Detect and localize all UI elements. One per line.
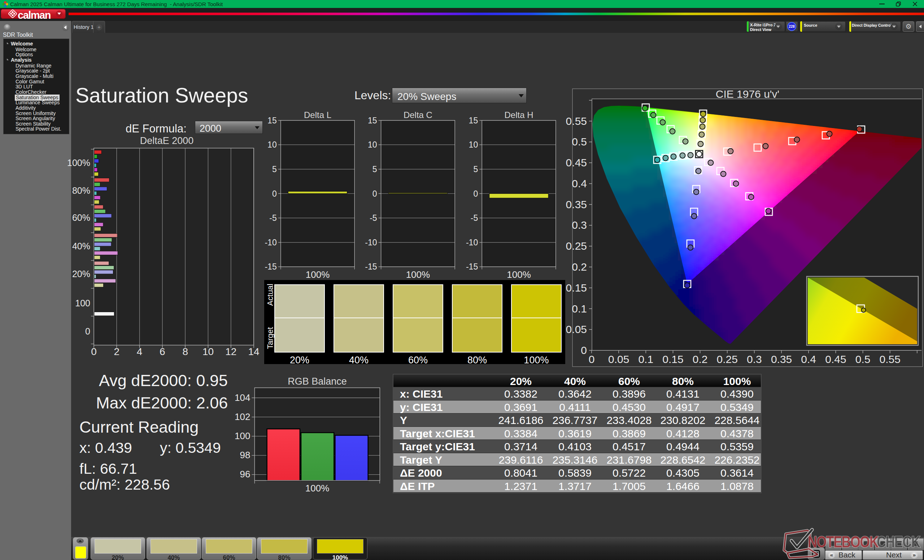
svg-text:100%: 100% (305, 483, 330, 494)
svg-text:CHECK: CHECK (877, 533, 921, 551)
svg-text:100: 100 (235, 430, 250, 441)
svg-text:104: 104 (235, 392, 250, 403)
svg-text:96: 96 (240, 469, 250, 479)
svg-text:102: 102 (235, 411, 250, 422)
svg-text:98: 98 (240, 449, 250, 460)
svg-text:RGB Balance: RGB Balance (288, 376, 347, 387)
svg-text:NOTEBOOK: NOTEBOOK (808, 533, 879, 551)
